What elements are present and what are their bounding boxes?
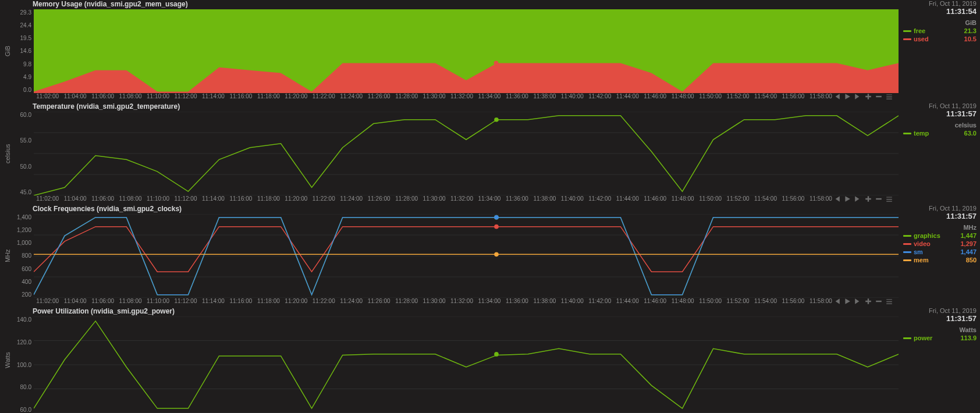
nav-first-icon[interactable] [833,93,840,101]
ts-date: Fri, Oct 11, 2019 [903,0,977,7]
unit: celsius [903,122,977,129]
nav-last-icon[interactable] [854,93,861,101]
nav-minus-icon[interactable] [875,195,882,204]
nav-plus-icon[interactable] [865,298,872,306]
yticks-temperature: 60.055.050.045.0 [15,112,34,195]
legend-item[interactable]: used10.5 [903,35,977,42]
nav-first-icon[interactable] [833,195,840,204]
unit: MHz [903,224,977,231]
ts-time: 11:31:57 [903,109,977,118]
title-memory: Memory Usage (nvidia_smi.gpu2_mem_usage) [15,0,899,9]
toolbar-clocks [835,298,899,307]
panel-temperature: celsius Temperature (nvidia_smi.gpu2_tem… [0,102,980,205]
nav-last-icon[interactable] [854,195,861,204]
yticks-memory: 29.324.419.514.69.84.90.0 [15,9,34,93]
plot-memory[interactable] [34,9,899,93]
ylabel-power: Watts [0,307,15,413]
ts-date: Fri, Oct 11, 2019 [903,102,977,109]
toolbar-temperature [835,195,899,205]
ts-time: 11:31:57 [903,314,977,323]
unit: GiB [903,19,977,26]
nav-menu-icon[interactable] [886,93,893,101]
xticks-clocks: 11:02:0011:04:0011:06:0011:08:0011:10:00… [15,298,835,307]
title-power: Power Utilization (nvidia_smi.gpu2_power… [15,307,899,316]
toolbar-memory [835,93,899,102]
nav-first-icon[interactable] [833,298,840,306]
ts-date: Fri, Oct 11, 2019 [903,307,977,314]
legend-item[interactable]: sm1,447 [903,248,977,255]
nav-plus-icon[interactable] [865,93,872,101]
xticks-temperature: 11:02:0011:04:0011:06:0011:08:0011:10:00… [15,195,835,205]
nav-last-icon[interactable] [854,298,861,306]
ts-time: 11:31:54 [903,7,977,16]
nav-plus-icon[interactable] [865,195,872,204]
plot-clocks[interactable] [34,214,899,298]
svg-point-16 [494,215,499,220]
legend-item[interactable]: mem850 [903,257,977,264]
legend-clocks: Fri, Oct 11, 2019 11:31:57 MHz graphics1… [899,205,980,307]
ylabel-temperature: celsius [0,102,15,205]
svg-point-2 [494,61,499,66]
ts-time: 11:31:57 [903,212,977,220]
title-temperature: Temperature (nvidia_smi.gpu2_temperature… [15,102,899,112]
legend-item[interactable]: temp63.0 [903,130,977,137]
panel-memory: GiB Memory Usage (nvidia_smi.gpu2_mem_us… [0,0,980,102]
ylabel-memory: GiB [0,0,15,102]
yticks-power: 140.0120.0100.080.060.0 [15,316,34,413]
legend-item[interactable]: video1,297 [903,240,977,247]
nav-play-icon[interactable] [844,93,851,101]
panel-power: Watts Power Utilization (nvidia_smi.gpu2… [0,307,980,413]
legend-item[interactable]: free21.3 [903,27,977,34]
legend-power: Fri, Oct 11, 2019 11:31:57 Watts power11… [899,307,980,413]
panel-clocks: MHz Clock Frequencies (nvidia_smi.gpu2_c… [0,205,980,307]
title-clocks: Clock Frequencies (nvidia_smi.gpu2_clock… [15,205,899,214]
nav-menu-icon[interactable] [886,195,893,204]
legend-item[interactable]: graphics1,447 [903,232,977,239]
svg-point-15 [494,225,499,229]
nav-minus-icon[interactable] [875,298,882,306]
plot-power[interactable] [34,316,899,413]
legend-item[interactable]: power113.9 [903,334,977,341]
unit: Watts [903,326,977,333]
svg-point-17 [494,252,499,257]
nav-play-icon[interactable] [844,298,851,306]
svg-point-23 [494,352,499,357]
ylabel-clocks: MHz [0,205,15,307]
plot-temperature[interactable] [34,112,899,195]
nav-play-icon[interactable] [844,195,851,204]
legend-memory: Fri, Oct 11, 2019 11:31:54 GiB free21.3u… [899,0,980,102]
ts-date: Fri, Oct 11, 2019 [903,205,977,212]
nav-menu-icon[interactable] [886,298,893,306]
yticks-clocks: 1,4001,2001,000800600400200 [15,214,34,298]
xticks-memory: 11:02:0011:04:0011:06:0011:08:0011:10:00… [15,93,835,102]
svg-point-8 [494,118,499,122]
nav-minus-icon[interactable] [875,93,882,101]
legend-temperature: Fri, Oct 11, 2019 11:31:57 celsius temp6… [899,102,980,205]
